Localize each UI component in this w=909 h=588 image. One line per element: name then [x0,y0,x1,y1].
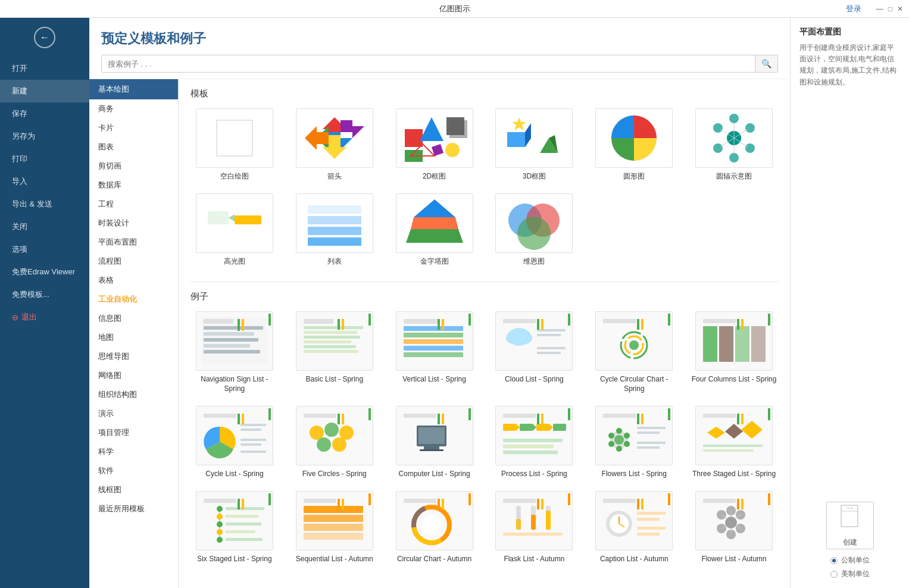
template-list[interactable]: 列表 [290,193,379,267]
sidebar-item-saveas[interactable]: 另存为 [0,125,89,148]
example-label-basic-list: Basic List - Spring [305,374,363,384]
minimize-button[interactable]: — [876,5,883,13]
svg-rect-186 [304,515,363,522]
template-2d[interactable]: 2D框图 [391,108,479,182]
app-body: ← 打开 新建 保存 另存为 打印 导入 导出 & 发送 关闭 选项 免费Edr… [0,18,909,588]
unit-metric-label: 公制单位 [841,555,870,565]
svg-rect-166 [737,414,739,424]
example-circular-chart[interactable]: Circular Chart - Autumn [391,491,479,564]
template-3d[interactable]: 3D框图 [490,108,578,182]
sidebar-item-viewer[interactable]: 免费Edraw Viewer [0,261,89,283]
svg-point-146 [614,435,624,445]
app-title: 亿图图示 [439,4,470,14]
template-pyramid[interactable]: 金字塔图 [391,193,479,267]
example-flowers-list[interactable]: Flowers List - Spring [590,406,678,479]
category-basic[interactable]: 基本绘图 [89,79,178,99]
example-flower-list[interactable]: Flower List - Autumn [690,491,778,564]
example-basic-list[interactable]: Basic List - Spring [290,311,379,395]
template-highlight[interactable]: 高光图 [190,193,279,267]
category-presentation[interactable]: 演示 [89,404,178,423]
template-blank[interactable]: 空白绘图 [190,108,279,182]
category-software[interactable]: 软件 [89,461,178,480]
category-floorplan[interactable]: 平面布置图 [89,233,178,252]
search-input[interactable] [102,56,755,72]
category-card[interactable]: 卡片 [89,118,178,137]
category-industrial[interactable]: 工业自动化 [89,290,178,309]
sidebar-item-import[interactable]: 导入 [0,170,89,193]
category-science[interactable]: 科学 [89,442,178,461]
unit-metric[interactable]: 公制单位 [830,555,870,565]
sidebar-item-export[interactable]: 导出 & 发送 [0,193,89,215]
category-network[interactable]: 网络图 [89,366,178,385]
example-thumb-vertical-list [396,311,473,371]
category-flowchart[interactable]: 流程图 [89,252,178,271]
create-button[interactable]: 创建 [826,502,874,549]
svg-rect-62 [304,340,351,343]
create-icon [838,504,862,535]
example-five-circles[interactable]: Five Circles - Spring [290,406,379,479]
category-org[interactable]: 组织结构图 [89,385,178,404]
svg-point-115 [324,423,339,437]
example-nav-sign[interactable]: Navigation Sign List - Spring [190,311,279,395]
category-map[interactable]: 地图 [89,328,178,347]
template-venn[interactable]: 维恩图 [490,193,578,267]
svg-rect-212 [603,499,636,503]
category-project[interactable]: 项目管理 [89,423,178,442]
maximize-button[interactable]: □ [888,5,892,13]
example-thumb-flower-list [695,491,773,551]
example-label-cycle-circular: Cycle Circular Chart - Spring [590,374,678,395]
svg-point-152 [608,433,614,439]
category-mindmap[interactable]: 思维导图 [89,347,178,366]
example-cycle-circular[interactable]: Cycle Circular Chart - Spring [590,311,678,395]
example-thumb-cycle-circular [595,311,673,371]
example-three-staged[interactable]: Three Staged List - Spring [690,406,778,479]
template-radiation[interactable]: 圆辐示意图 [690,108,778,182]
sidebar-item-free-templates[interactable]: 免费模板... [0,283,89,306]
example-cloud-list[interactable]: Cloud List - Spring [490,311,578,395]
category-business[interactable]: 商务 [89,99,178,118]
sidebar-item-new[interactable]: 新建 [0,80,89,102]
svg-rect-217 [637,512,666,515]
example-six-staged[interactable]: Six Staged List - Spring [190,491,279,564]
category-database[interactable]: 数据库 [89,176,178,195]
category-table[interactable]: 表格 [89,271,178,290]
example-flask-list[interactable]: Flask List - Autumn [490,491,578,564]
search-button[interactable]: 🔍 [755,55,777,72]
category-infographic[interactable]: 信息图 [89,309,178,328]
example-cycle-list[interactable]: Cycle List - Spring [190,406,279,479]
svg-marker-16 [525,123,531,147]
example-label-flower-list: Flower List - Autumn [701,554,766,564]
sidebar-item-open[interactable]: 打开 [0,57,89,80]
example-four-columns[interactable]: Four Columns List - Spring [690,311,778,395]
svg-rect-120 [342,414,344,424]
svg-rect-160 [703,414,736,418]
svg-rect-66 [342,319,344,330]
sidebar-item-close[interactable]: 关闭 [0,215,89,238]
sidebar-item-print[interactable]: 打印 [0,148,89,170]
category-wireframe[interactable]: 线框图 [89,480,178,499]
sidebar-item-save[interactable]: 保存 [0,102,89,125]
example-computer-list[interactable]: Computer List - Spring [391,406,479,479]
example-process-list[interactable]: Process List - Spring [490,406,578,479]
svg-rect-99 [751,326,766,362]
category-fashion[interactable]: 时装设计 [89,214,178,233]
templates-section-title: 模板 [190,88,778,99]
example-vertical-list[interactable]: Vertical List - Spring [391,311,479,395]
sidebar-item-exit[interactable]: ⊖ 退出 [0,306,89,329]
sidebar-item-options[interactable]: 选项 [0,238,89,261]
svg-rect-156 [637,446,660,449]
template-arrow[interactable]: 箭头 [290,108,379,182]
template-circle[interactable]: 圆形图 [590,108,678,182]
svg-rect-184 [304,499,336,503]
svg-rect-54 [204,350,260,354]
category-clipart[interactable]: 剪切画 [89,157,178,176]
back-button[interactable]: ← [34,27,55,48]
example-sequential[interactable]: Sequential List - Autumn [290,491,379,564]
login-button[interactable]: 登录 [846,4,861,14]
category-engineering[interactable]: 工程 [89,195,178,214]
category-chart[interactable]: 图表 [89,137,178,157]
close-button[interactable]: ✕ [897,5,903,13]
unit-imperial[interactable]: 美制单位 [830,569,870,579]
category-recent[interactable]: 最近所用模板 [89,499,178,518]
example-caption-list[interactable]: Caption List - Autumn [590,491,678,564]
